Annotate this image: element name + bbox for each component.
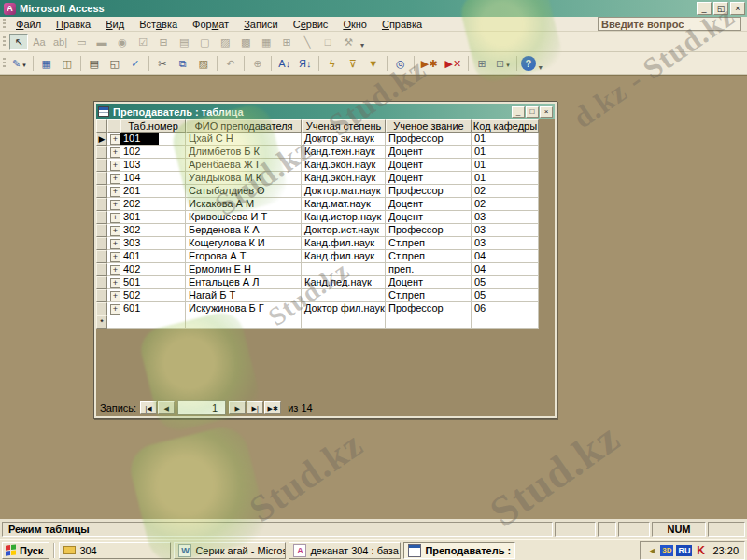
data-cell[interactable]: 201 [120,185,186,198]
last-record-button[interactable]: ▶| [247,401,263,414]
new-object-button[interactable]: ⊡▾ [493,55,513,72]
volume-icon[interactable]: ◄ [646,545,657,556]
new-record-button[interactable]: ▶✱ [418,55,441,72]
data-cell[interactable] [302,263,386,276]
data-cell[interactable]: 02 [472,198,539,211]
data-cell[interactable]: 401 [120,250,186,263]
data-cell[interactable]: Кощегулова К И [186,237,302,250]
menu-item-вид[interactable]: Вид [98,18,132,31]
data-cell[interactable]: Доктор.мат.наук [302,185,386,198]
row-selector[interactable] [96,289,107,302]
data-cell[interactable]: 03 [472,224,539,237]
row-selector[interactable] [96,159,107,172]
data-cell[interactable]: Профессор [386,185,472,198]
taskbar-button-word[interactable]: WСерик агай - Microsoft W... [174,542,286,559]
language-indicator[interactable]: RU [676,545,692,556]
data-cell[interactable]: Сатыбалдиев О [186,185,302,198]
taskbar-button-access[interactable]: Aдеканат 304 : база д... [289,542,401,559]
expand-subdatasheet-icon[interactable]: + [110,304,120,315]
data-cell[interactable]: 03 [472,237,539,250]
data-cell[interactable]: 104 [120,172,186,185]
data-cell[interactable]: Ст.преп [386,237,472,250]
expand-cell[interactable]: + [107,224,120,237]
data-cell[interactable]: Ст.преп [386,289,472,302]
row-selector[interactable] [96,263,107,276]
doc-close-button[interactable]: × [540,106,553,118]
expand-cell[interactable]: + [107,263,120,276]
cut-button[interactable]: ✂ [153,55,172,72]
data-cell[interactable]: Ст.преп [386,250,472,263]
paste-button[interactable]: ▨ [194,55,213,72]
data-cell[interactable]: Нагай Б Т [186,289,302,302]
copy-button[interactable]: ⧉ [174,55,192,72]
data-cell[interactable]: Канд.экон.наук [302,159,386,172]
data-cell[interactable]: Доктор эк.наук [302,133,386,146]
data-cell[interactable]: преп. [386,263,472,276]
data-cell[interactable]: 03 [472,211,539,224]
expand-subdatasheet-icon[interactable]: + [110,161,120,171]
expand-subdatasheet-icon[interactable]: + [110,200,120,210]
toolbar-options-icon[interactable]: ▾ [360,41,364,51]
data-cell[interactable]: Доктор фил.наук [302,302,386,315]
empty-cell[interactable] [386,315,472,329]
select-objects-button[interactable]: ↖ [9,34,28,50]
ask-question-input[interactable] [599,19,747,30]
expand-subdatasheet-icon[interactable]: + [110,134,120,145]
previous-record-button[interactable]: ◀ [158,401,175,414]
expand-subdatasheet-icon[interactable]: + [110,226,120,236]
data-cell[interactable]: 202 [120,198,186,211]
filter-by-form-button[interactable]: ⊽ [344,55,362,72]
menu-item-записи[interactable]: Записи [236,18,286,31]
view-design-button[interactable]: ✎▾ [9,55,29,72]
data-cell[interactable]: Канд.фил.наук [302,250,386,263]
row-selector[interactable] [96,146,107,159]
row-selector[interactable] [96,250,107,263]
data-cell[interactable] [302,289,386,302]
row-selector[interactable] [96,211,107,224]
expand-cell[interactable]: + [107,211,120,224]
expand-cell[interactable]: + [107,276,120,289]
empty-cell[interactable] [302,315,386,329]
database-window-button[interactable]: ⊞ [472,55,491,72]
minimize-button[interactable]: _ [697,2,712,15]
record-number-input[interactable] [178,401,225,414]
data-cell[interactable]: 302 [120,224,186,237]
data-cell[interactable]: Доцент [386,211,472,224]
data-cell[interactable]: 102 [120,146,186,159]
data-cell[interactable]: 05 [472,276,539,289]
table-window-titlebar[interactable]: Преподаватель : таблица _ □ × [96,104,555,119]
help-button[interactable]: ? [521,56,536,71]
data-cell[interactable]: 01 [472,159,539,172]
apply-filter-button[interactable]: ▼ [364,55,383,72]
data-cell[interactable]: Цхай С Н [186,133,302,146]
data-cell[interactable]: Профессор [386,302,472,315]
new-record-selector[interactable]: * [96,315,107,329]
data-cell[interactable]: Канд.пед.наук [302,276,386,289]
new-record-button[interactable]: ▶✱ [264,401,281,414]
data-cell[interactable]: Кривошеева И Т [186,211,302,224]
empty-cell[interactable] [472,315,539,329]
antivirus-tray-icon[interactable]: K [695,545,706,556]
data-cell[interactable]: 101 [120,133,186,146]
find-button[interactable]: ◎ [391,55,410,72]
toolbar-grip[interactable] [3,58,6,69]
menu-item-вставка[interactable]: Вставка [132,18,185,31]
print-button[interactable]: ▤ [85,55,104,72]
data-cell[interactable]: 04 [472,250,539,263]
sort-descending-button[interactable]: Я↓ [296,55,315,72]
expand-subdatasheet-icon[interactable]: + [110,239,120,249]
expand-subdatasheet-icon[interactable]: + [110,213,120,223]
expand-cell[interactable]: + [107,133,120,146]
data-cell[interactable]: 601 [120,302,186,315]
expand-cell[interactable]: + [107,185,120,198]
expand-cell[interactable]: + [107,289,120,302]
data-cell[interactable]: Доктор.ист.наук [302,224,386,237]
row-selector[interactable] [96,185,107,198]
data-cell[interactable]: Профессор [386,133,472,146]
data-cell[interactable]: Канд.мат.наук [302,198,386,211]
menu-item-формат[interactable]: Формат [185,18,236,31]
data-cell[interactable]: Канд.фил.наук [302,237,386,250]
data-cell[interactable]: 402 [120,263,186,276]
spelling-button[interactable]: ✓ [126,55,145,72]
data-cell[interactable]: 02 [472,185,539,198]
